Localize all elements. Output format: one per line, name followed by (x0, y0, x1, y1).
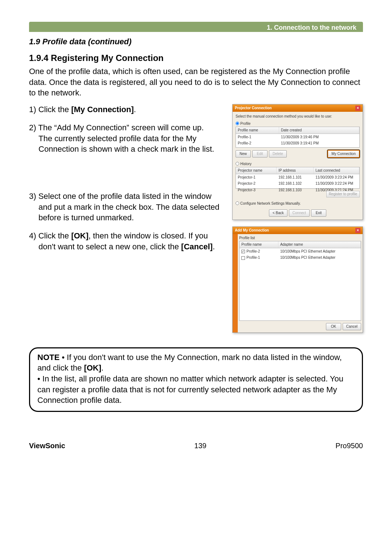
step-3-prefix: 3) (29, 192, 38, 201)
steps-column: 1) Click the [My Connection]. 2) The “Ad… (29, 104, 226, 333)
list-item[interactable]: Profile-2 11/30/2009 3:19:41 PM (236, 140, 359, 147)
instruction-text: Select the manual connection method you … (236, 114, 360, 119)
footer-page: 139 (194, 441, 206, 451)
add-profile-list[interactable]: Profile name Adapter name ✓Profile-2 10/… (239, 241, 361, 321)
col-profile-name: Profile name (240, 241, 278, 248)
radio-profile-input[interactable] (236, 122, 239, 125)
checkbox-icon[interactable] (241, 256, 245, 260)
list-item[interactable]: Profile-1 10/100Mbps PCI Ethernet Adapte… (240, 254, 361, 261)
edit-button[interactable]: Edit (252, 150, 268, 158)
footer-brand: ViewSonic (29, 441, 65, 451)
radio-manual-input[interactable] (236, 201, 239, 205)
step-2: 2) The “Add My Connection” screen will c… (29, 122, 226, 155)
projector-connection-window: Projector Connection × Select the manual… (232, 104, 363, 220)
step-1: 1) Click the [My Connection]. (29, 104, 226, 115)
exit-button[interactable]: Exit (311, 209, 326, 217)
add-my-connection-window: Add My Connection × Profile list Profile… (232, 226, 363, 333)
history-list[interactable]: Projector name IP address Last connected… (236, 167, 360, 189)
list-item[interactable]: Projector-2 192.168.1.102 11/30/2009 3:2… (236, 180, 359, 187)
col-date-created: Date created (279, 127, 359, 134)
step-4: 4) Click the [OK], then the window is cl… (29, 230, 226, 252)
page-footer: ViewSonic 139 Pro9500 (29, 441, 363, 451)
list-item[interactable]: ✓Profile-2 10/100Mbps PCI Ethernet Adapt… (240, 248, 361, 255)
note-box: NOTE • If you don't want to use the My C… (29, 347, 363, 412)
col-ip-address: IP address (277, 167, 314, 174)
step-2-prefix: 2) (29, 123, 38, 132)
step-4-bold-ok: [OK] (71, 231, 89, 240)
cancel-button[interactable]: Cancel (343, 323, 361, 330)
chapter-label: 1. Connection to the network (267, 23, 356, 32)
section-reference: 1.9 Profile data (continued) (29, 36, 363, 47)
step-4-text-e: . (213, 242, 215, 251)
connect-button[interactable]: Connect (289, 209, 310, 217)
step-4-prefix: 4) (29, 231, 38, 240)
screenshots-column: Projector Connection × Select the manual… (232, 104, 363, 333)
my-connection-button[interactable]: My Connection (327, 150, 360, 158)
step-4-text-a: Click the (38, 231, 71, 240)
register-to-profile-button[interactable]: Register to profile (326, 191, 360, 197)
note-line2: • In the list, all profile data are show… (37, 373, 355, 406)
checkbox-icon[interactable]: ✓ (241, 250, 245, 253)
col-adapter-name: Adapter name (278, 241, 361, 248)
step-3-text: Select one of the profile data listed in… (38, 192, 220, 222)
close-icon[interactable]: × (355, 106, 360, 111)
close-icon[interactable]: × (355, 228, 360, 233)
window-title: Add My Connection (235, 228, 269, 233)
step-1-prefix: 1) (29, 105, 38, 114)
subsection-title: 1.9.4 Registering My Connection (29, 52, 363, 64)
list-item[interactable]: Projector-1 192.168.1.101 11/30/2009 3:2… (236, 174, 359, 181)
intro-paragraph: One of the profile data, which is often … (29, 66, 363, 98)
radio-manual-label: Configure Network Settings Manually. (240, 201, 301, 206)
note-line1c: . (101, 363, 103, 372)
radio-manual[interactable]: Configure Network Settings Manually. (236, 201, 360, 206)
delete-button[interactable]: Delete (269, 150, 287, 158)
new-button[interactable]: New (236, 150, 251, 158)
accent-strip (233, 234, 238, 332)
header-bar: 1. Connection to the network (29, 22, 363, 32)
back-button[interactable]: < Back (269, 209, 287, 217)
note-line1a: • If you don't want to use the My Connec… (37, 353, 342, 373)
step-3: 3) Select one of the profile data listed… (29, 191, 226, 223)
step-4-bold-cancel: [Cancel] (181, 242, 213, 251)
window-title: Projector Connection (235, 106, 272, 111)
step-1-text-c: . (134, 105, 136, 114)
note-label: NOTE (37, 353, 60, 362)
ok-button[interactable]: OK (326, 323, 341, 330)
note-line1b: [OK] (84, 363, 101, 372)
col-last-connected: Last connected (314, 167, 359, 174)
profile-list-label: Profile list (239, 236, 361, 241)
radio-history[interactable]: History (236, 162, 360, 167)
col-projector-name: Projector name (236, 167, 277, 174)
step-2-text-a: The “Add My Connection” screen will come… (38, 123, 204, 132)
step-1-text-a: Click the (38, 105, 71, 114)
radio-history-label: History (240, 162, 252, 167)
profile-list[interactable]: Profile name Date created Profile-1 11/3… (236, 127, 360, 148)
radio-history-input[interactable] (236, 162, 239, 165)
list-item[interactable]: Profile-1 11/30/2009 3:19:46 PM (236, 134, 359, 140)
col-profile-name: Profile name (236, 127, 279, 134)
footer-model: Pro9500 (335, 441, 363, 451)
step-2-text-b: The currently selected profile data for … (38, 134, 214, 154)
radio-profile[interactable]: Profile (236, 121, 360, 126)
step-1-bold: [My Connection] (71, 105, 134, 114)
radio-profile-label: Profile (240, 121, 250, 126)
